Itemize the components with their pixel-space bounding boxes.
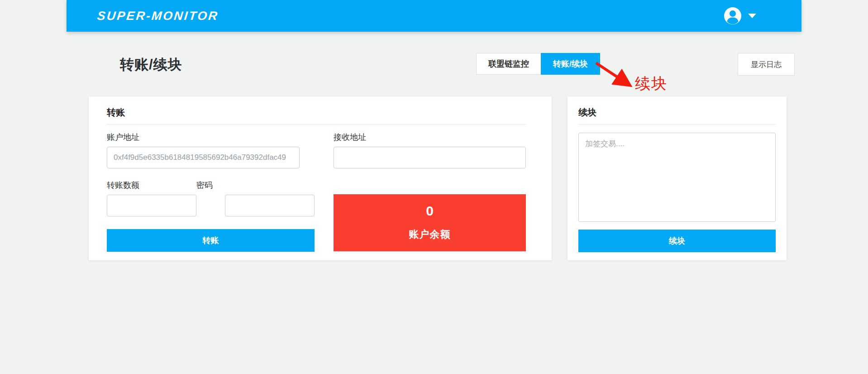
transfer-card-title: 转账 xyxy=(107,106,526,125)
tab-transfer-renew-block[interactable]: 转账/续块 xyxy=(541,53,600,75)
password-label: 密码 xyxy=(196,180,315,191)
renew-block-button[interactable]: 续块 xyxy=(578,230,776,252)
user-avatar-icon[interactable] xyxy=(724,7,742,25)
cards-row: 转账 账户地址 转账数额 密码 转账 接收地址 xyxy=(67,96,801,260)
app-container: SUPER-MONITOR xyxy=(67,0,801,32)
password-input[interactable] xyxy=(225,195,315,216)
page-head: 转账/续块 联盟链监控 转账/续块 显示日志 续块 xyxy=(67,32,801,96)
amount-password-row: 转账数额 密码 xyxy=(107,180,315,216)
balance-value: 0 xyxy=(426,204,434,218)
signed-transaction-textarea[interactable] xyxy=(578,133,776,222)
transfer-form-right-column: 接收地址 0 账户余额 xyxy=(334,132,526,252)
transfer-card: 转账 账户地址 转账数额 密码 转账 接收地址 xyxy=(89,96,552,260)
amount-field-group: 转账数额 xyxy=(107,180,196,216)
app-logo: SUPER-MONITOR xyxy=(96,9,219,23)
tab-alliance-chain-monitor[interactable]: 联盟链监控 xyxy=(476,53,541,75)
annotation-label: 续块 xyxy=(635,73,668,94)
view-tab-group: 联盟链监控 转账/续块 xyxy=(476,53,600,75)
amount-input[interactable] xyxy=(107,195,196,216)
account-address-input[interactable] xyxy=(107,147,300,168)
user-menu-trigger[interactable] xyxy=(724,7,756,25)
transfer-form-left-column: 账户地址 转账数额 密码 转账 xyxy=(107,132,315,252)
show-log-button[interactable]: 显示日志 xyxy=(738,53,795,76)
receive-address-label: 接收地址 xyxy=(334,132,526,143)
balance-label: 账户余额 xyxy=(409,228,451,241)
annotation-arrow-icon xyxy=(593,61,637,89)
transfer-button[interactable]: 转账 xyxy=(107,229,315,252)
amount-label: 转账数额 xyxy=(107,180,196,191)
top-header-bar: SUPER-MONITOR xyxy=(67,0,801,32)
transfer-form: 账户地址 转账数额 密码 转账 接收地址 xyxy=(107,132,526,252)
page-title: 转账/续块 xyxy=(120,55,182,74)
password-field-group: 密码 xyxy=(196,180,315,216)
chevron-down-icon[interactable] xyxy=(748,14,756,18)
receive-address-input[interactable] xyxy=(334,147,526,168)
renew-block-card: 续块 续块 xyxy=(568,96,787,260)
account-address-label: 账户地址 xyxy=(107,132,315,143)
account-balance-panel: 0 账户余额 xyxy=(334,194,526,251)
renew-card-title: 续块 xyxy=(578,106,776,125)
